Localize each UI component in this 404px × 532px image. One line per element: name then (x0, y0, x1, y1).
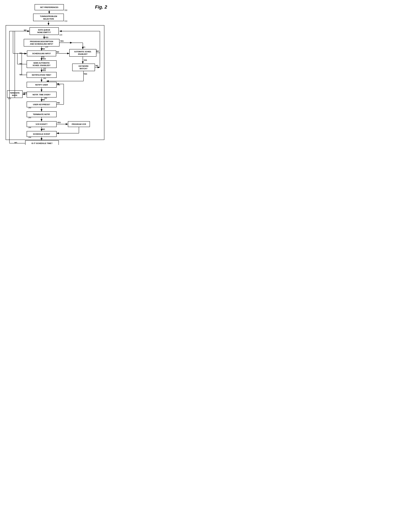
program-vcr-label: PROGRAM VCR (72, 123, 86, 125)
set-preferences-label: SET PREFERENCES (40, 6, 58, 8)
yes-label-225: YES (60, 40, 63, 42)
no-label-230: NO (57, 51, 59, 53)
vcr-event-label: VCR EVENT? (36, 123, 47, 125)
yes-label-notif-over: YES (23, 92, 27, 94)
schedule-event-label: SCHEDULE EVENT (33, 133, 50, 135)
yes-label-keyword: YES (84, 73, 87, 75)
program-desc-label2: AND SCHEDULING INFO? (30, 43, 53, 45)
semi-auto-label2: SCHED. ENABLED? (32, 64, 50, 66)
schedule-time-label: IS IT SCHEDULE TIME? (32, 142, 52, 144)
node-286-id: 286 (28, 127, 31, 128)
node-280-id: 280 (28, 107, 31, 109)
yes-label-232: YES (42, 69, 46, 71)
data-queue-label1: DATA QUEUE (38, 29, 50, 31)
user-keypress-label: USER KEYPRESS? (33, 103, 50, 106)
no-label-notif-over: NO (42, 99, 45, 101)
program-desc-label1: PROGRAM DESCRIPTION (30, 40, 53, 43)
yes-label-220: YES (45, 37, 48, 38)
yes-label-230: YES (42, 58, 46, 60)
no-label-vcr: NO (42, 128, 45, 130)
tuning-problem-label: TUNING/PROBLEM (40, 15, 57, 17)
node-200-id: 200 (64, 9, 67, 11)
no-label-225: NO (42, 48, 45, 50)
page: Fig. 2 SET PREFERENCES 200 TUNING/PROBLE… (3, 3, 107, 145)
node-250-id: 250 (57, 84, 60, 86)
node-240-id: 240 (43, 77, 46, 79)
flowchart-diagram: SET PREFERENCES 200 TUNING/PROBLEM SELEC… (3, 3, 107, 145)
svg-rect-7 (30, 27, 59, 35)
semi-auto-label1: SEMI-AUTOMATIC (33, 62, 50, 64)
notify-user-label: NOTIFY USER (35, 84, 48, 86)
keyword-match-label2: MATCH? (80, 68, 88, 70)
scheduling-info-label: SCHEDULING INFO? (32, 52, 51, 55)
yes-label-231: YES (83, 59, 87, 61)
svg-rect-15 (69, 49, 96, 57)
node-225-id: 225 (45, 46, 48, 48)
data-queue-label2: NONE EMPTY? (37, 31, 51, 33)
no-label-schedule: NO (14, 142, 17, 144)
yes-label-vcr: YES (57, 122, 61, 123)
no-label-auto-sched: NO (96, 50, 99, 52)
auto-sched-label2: ENABLED? (78, 53, 88, 55)
node-220-id: 220 (59, 34, 62, 36)
terminate-notif-label: TERMINATE NOTIF. (33, 113, 50, 115)
svg-rect-19 (72, 64, 95, 71)
notif-time-over-label: NOTIF. TIME OVER? (32, 94, 50, 96)
node-231-id: 231 (82, 46, 85, 48)
svg-rect-17 (27, 61, 57, 68)
node-288-id: 288 (28, 136, 31, 138)
no-label-keypress: NO (57, 102, 60, 104)
no-label-220: NO (24, 29, 26, 31)
auto-sched-label1: AUTOMATIC SCHED. (74, 51, 91, 53)
node-210-id: 210 (64, 20, 67, 22)
no-label-keyword: NO (95, 65, 98, 67)
keyword-match-label1: KEYWORD (79, 65, 88, 67)
notification-time-label: NOTIFICATION TIME? (32, 74, 51, 76)
node-285-id: 285 (28, 117, 31, 119)
tuning-problem-label2: SELECTION (43, 18, 54, 20)
figure-label: Fig. 2 (95, 4, 107, 10)
svg-rect-9 (24, 39, 59, 46)
